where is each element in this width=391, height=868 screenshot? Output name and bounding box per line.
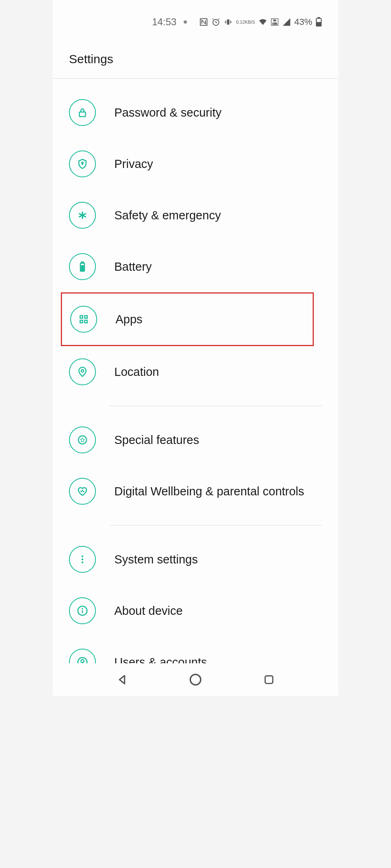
settings-item-about-device[interactable]: About device	[53, 585, 338, 636]
pin-icon	[69, 358, 96, 385]
lock-icon	[69, 99, 96, 126]
svg-rect-15	[85, 316, 87, 318]
status-icons-group: 0.12 KB/S VoLTE 43%	[199, 17, 322, 27]
svg-text:Vo: Vo	[273, 19, 276, 22]
settings-item-privacy[interactable]: Privacy	[53, 138, 338, 190]
item-label: Digital Wellbeing & parental controls	[114, 485, 304, 498]
svg-point-27	[190, 674, 201, 685]
status-dot-icon	[184, 20, 187, 24]
svg-point-20	[82, 555, 84, 557]
item-label: Password & security	[114, 106, 222, 119]
back-button[interactable]	[114, 671, 130, 688]
battery-icon	[315, 17, 322, 27]
dots-icon	[69, 546, 96, 573]
svg-point-10	[82, 162, 83, 164]
svg-rect-28	[265, 676, 273, 684]
svg-rect-2	[227, 20, 230, 25]
network-speed: 0.12 KB/S	[236, 20, 255, 24]
settings-header: Settings	[53, 32, 338, 79]
svg-rect-12	[82, 262, 84, 263]
star-circle-icon	[69, 426, 96, 453]
settings-item-system-settings[interactable]: System settings	[53, 534, 338, 585]
wifi-icon	[258, 18, 267, 27]
settings-item-battery[interactable]: Battery	[53, 241, 338, 292]
settings-item-safety-emergency[interactable]: Safety & emergency	[53, 190, 338, 241]
heart-icon	[69, 478, 96, 505]
divider	[110, 406, 322, 406]
svg-point-18	[81, 369, 84, 372]
status-bar: 14:53 0.12 KB/S VoLTE	[53, 12, 338, 32]
svg-point-22	[82, 561, 84, 563]
settings-item-location[interactable]: Location	[53, 346, 338, 398]
settings-item-password-security[interactable]: Password & security	[53, 87, 338, 138]
grid-icon	[70, 306, 97, 333]
svg-rect-9	[80, 112, 86, 117]
svg-rect-17	[85, 320, 87, 323]
info-icon	[69, 597, 96, 624]
volte-icon: VoLTE	[271, 18, 279, 26]
signal-icon	[282, 18, 291, 27]
svg-point-19	[78, 436, 87, 444]
alarm-icon	[211, 18, 220, 27]
settings-list: Password & security Privacy Safety & eme…	[53, 79, 338, 696]
item-label: Battery	[114, 260, 152, 274]
divider	[110, 525, 322, 526]
status-time: 14:53	[152, 16, 176, 28]
battery-percent: 43%	[294, 17, 312, 27]
svg-point-24	[82, 608, 82, 609]
svg-point-26	[81, 660, 84, 663]
item-label: Apps	[116, 313, 142, 326]
item-label: About device	[114, 604, 183, 618]
item-label: Location	[114, 365, 159, 379]
vibrate-icon	[224, 18, 233, 27]
nfc-icon	[199, 18, 208, 27]
settings-item-digital-wellbeing[interactable]: Digital Wellbeing & parental controls	[53, 466, 338, 517]
settings-item-apps[interactable]: Apps	[61, 292, 314, 346]
svg-rect-7	[318, 18, 320, 18]
item-label: Safety & emergency	[114, 209, 221, 222]
svg-point-21	[82, 559, 84, 561]
svg-rect-13	[82, 266, 84, 270]
navigation-bar	[53, 663, 338, 696]
page-title: Settings	[69, 52, 322, 66]
home-button[interactable]	[187, 671, 204, 688]
item-label: Privacy	[114, 157, 153, 171]
svg-rect-14	[80, 316, 82, 318]
shield-key-icon	[69, 150, 96, 177]
item-label: System settings	[114, 553, 198, 566]
svg-text:LTE: LTE	[273, 22, 277, 25]
item-label: Special features	[114, 433, 199, 447]
settings-item-special-features[interactable]: Special features	[53, 414, 338, 466]
battery-icon	[69, 253, 96, 280]
recent-apps-button[interactable]	[261, 671, 277, 688]
svg-rect-16	[80, 320, 82, 323]
asterisk-icon	[69, 202, 96, 229]
svg-rect-8	[317, 22, 320, 25]
